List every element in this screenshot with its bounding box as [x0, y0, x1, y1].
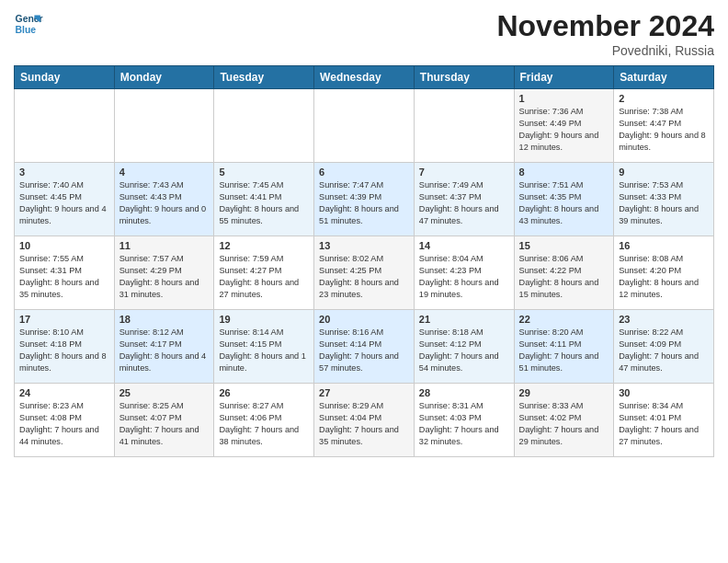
calendar-cell: 25Sunrise: 8:25 AM Sunset: 4:07 PM Dayli… — [114, 384, 214, 457]
calendar-cell: 13Sunrise: 8:02 AM Sunset: 4:25 PM Dayli… — [314, 236, 415, 310]
calendar-cell: 17Sunrise: 8:10 AM Sunset: 4:18 PM Dayli… — [15, 310, 115, 384]
col-friday: Friday — [514, 66, 614, 89]
day-number: 30 — [619, 387, 709, 398]
day-number: 7 — [419, 167, 509, 178]
calendar-header-row: Sunday Monday Tuesday Wednesday Thursday… — [15, 66, 714, 89]
calendar-cell: 11Sunrise: 7:57 AM Sunset: 4:29 PM Dayli… — [114, 236, 214, 310]
calendar-cell: 20Sunrise: 8:16 AM Sunset: 4:14 PM Dayli… — [314, 310, 415, 384]
page-container: General Blue November 2024 Povedniki, Ru… — [0, 0, 728, 563]
calendar-week-3: 10Sunrise: 7:55 AM Sunset: 4:31 PM Dayli… — [15, 236, 714, 310]
day-info: Sunrise: 8:08 AM Sunset: 4:20 PM Dayligh… — [619, 253, 709, 301]
col-saturday: Saturday — [614, 66, 714, 89]
calendar-cell — [114, 89, 214, 163]
calendar-week-2: 3Sunrise: 7:40 AM Sunset: 4:45 PM Daylig… — [15, 163, 714, 236]
calendar-cell: 3Sunrise: 7:40 AM Sunset: 4:45 PM Daylig… — [15, 163, 115, 236]
day-number: 6 — [319, 167, 409, 178]
calendar-week-5: 24Sunrise: 8:23 AM Sunset: 4:08 PM Dayli… — [15, 384, 714, 457]
day-number: 2 — [619, 93, 709, 104]
day-number: 3 — [19, 167, 109, 178]
day-info: Sunrise: 7:45 AM Sunset: 4:41 PM Dayligh… — [219, 179, 309, 227]
calendar-week-1: 1Sunrise: 7:36 AM Sunset: 4:49 PM Daylig… — [15, 89, 714, 163]
calendar-cell: 9Sunrise: 7:53 AM Sunset: 4:33 PM Daylig… — [614, 163, 714, 236]
day-number: 15 — [519, 240, 609, 251]
calendar-week-4: 17Sunrise: 8:10 AM Sunset: 4:18 PM Dayli… — [15, 310, 714, 384]
day-info: Sunrise: 7:38 AM Sunset: 4:47 PM Dayligh… — [619, 106, 709, 154]
day-info: Sunrise: 8:12 AM Sunset: 4:17 PM Dayligh… — [119, 327, 210, 374]
calendar-cell: 24Sunrise: 8:23 AM Sunset: 4:08 PM Dayli… — [15, 384, 115, 457]
col-sunday: Sunday — [15, 66, 115, 89]
day-number: 5 — [219, 167, 309, 178]
col-tuesday: Tuesday — [214, 66, 314, 89]
calendar-cell — [414, 89, 514, 163]
calendar-cell: 14Sunrise: 8:04 AM Sunset: 4:23 PM Dayli… — [414, 236, 514, 310]
calendar-cell: 10Sunrise: 7:55 AM Sunset: 4:31 PM Dayli… — [15, 236, 115, 310]
calendar-cell: 27Sunrise: 8:29 AM Sunset: 4:04 PM Dayli… — [314, 384, 415, 457]
day-number: 13 — [319, 240, 409, 251]
calendar-cell: 29Sunrise: 8:33 AM Sunset: 4:02 PM Dayli… — [514, 384, 614, 457]
day-info: Sunrise: 8:31 AM Sunset: 4:03 PM Dayligh… — [419, 400, 509, 448]
location: Povedniki, Russia — [496, 43, 714, 58]
col-thursday: Thursday — [414, 66, 514, 89]
day-number: 18 — [119, 314, 210, 325]
day-number: 22 — [519, 314, 609, 325]
day-info: Sunrise: 8:06 AM Sunset: 4:22 PM Dayligh… — [519, 253, 609, 301]
day-number: 9 — [619, 167, 709, 178]
day-info: Sunrise: 8:10 AM Sunset: 4:18 PM Dayligh… — [19, 327, 109, 374]
calendar-cell: 26Sunrise: 8:27 AM Sunset: 4:06 PM Dayli… — [214, 384, 314, 457]
day-number: 20 — [319, 314, 409, 325]
calendar-cell: 8Sunrise: 7:51 AM Sunset: 4:35 PM Daylig… — [514, 163, 614, 236]
calendar-cell: 6Sunrise: 7:47 AM Sunset: 4:39 PM Daylig… — [314, 163, 415, 236]
day-info: Sunrise: 7:51 AM Sunset: 4:35 PM Dayligh… — [519, 179, 609, 227]
day-info: Sunrise: 7:57 AM Sunset: 4:29 PM Dayligh… — [119, 253, 210, 301]
day-number: 27 — [319, 387, 409, 398]
calendar-cell: 22Sunrise: 8:20 AM Sunset: 4:11 PM Dayli… — [514, 310, 614, 384]
day-info: Sunrise: 8:34 AM Sunset: 4:01 PM Dayligh… — [619, 400, 709, 448]
day-number: 24 — [19, 387, 109, 398]
day-number: 10 — [19, 240, 109, 251]
day-number: 19 — [219, 314, 309, 325]
day-number: 17 — [19, 314, 109, 325]
calendar-cell: 30Sunrise: 8:34 AM Sunset: 4:01 PM Dayli… — [614, 384, 714, 457]
calendar-cell: 1Sunrise: 7:36 AM Sunset: 4:49 PM Daylig… — [514, 89, 614, 163]
day-info: Sunrise: 8:16 AM Sunset: 4:14 PM Dayligh… — [319, 327, 409, 374]
calendar-cell: 28Sunrise: 8:31 AM Sunset: 4:03 PM Dayli… — [414, 384, 514, 457]
day-info: Sunrise: 8:29 AM Sunset: 4:04 PM Dayligh… — [319, 400, 409, 448]
calendar-cell: 23Sunrise: 8:22 AM Sunset: 4:09 PM Dayli… — [614, 310, 714, 384]
day-info: Sunrise: 8:27 AM Sunset: 4:06 PM Dayligh… — [219, 400, 309, 448]
day-number: 11 — [119, 240, 210, 251]
calendar-cell — [314, 89, 415, 163]
svg-text:Blue: Blue — [16, 25, 37, 35]
month-title: November 2024 — [496, 9, 714, 43]
day-info: Sunrise: 8:33 AM Sunset: 4:02 PM Dayligh… — [519, 400, 609, 448]
day-number: 4 — [119, 167, 210, 178]
day-info: Sunrise: 8:18 AM Sunset: 4:12 PM Dayligh… — [419, 327, 509, 374]
day-info: Sunrise: 8:25 AM Sunset: 4:07 PM Dayligh… — [119, 400, 210, 448]
day-number: 28 — [419, 387, 509, 398]
day-info: Sunrise: 7:53 AM Sunset: 4:33 PM Dayligh… — [619, 179, 709, 227]
day-info: Sunrise: 7:40 AM Sunset: 4:45 PM Dayligh… — [19, 179, 109, 227]
day-number: 29 — [519, 387, 609, 398]
calendar-cell: 19Sunrise: 8:14 AM Sunset: 4:15 PM Dayli… — [214, 310, 314, 384]
day-info: Sunrise: 7:55 AM Sunset: 4:31 PM Dayligh… — [19, 253, 109, 301]
day-info: Sunrise: 7:47 AM Sunset: 4:39 PM Dayligh… — [319, 179, 409, 227]
calendar-cell: 7Sunrise: 7:49 AM Sunset: 4:37 PM Daylig… — [414, 163, 514, 236]
day-number: 16 — [619, 240, 709, 251]
day-info: Sunrise: 8:02 AM Sunset: 4:25 PM Dayligh… — [319, 253, 409, 301]
logo: General Blue — [14, 9, 43, 39]
calendar-cell — [214, 89, 314, 163]
day-info: Sunrise: 8:20 AM Sunset: 4:11 PM Dayligh… — [519, 327, 609, 374]
day-number: 26 — [219, 387, 309, 398]
day-info: Sunrise: 8:14 AM Sunset: 4:15 PM Dayligh… — [219, 327, 309, 374]
day-number: 8 — [519, 167, 609, 178]
col-wednesday: Wednesday — [314, 66, 415, 89]
col-monday: Monday — [114, 66, 214, 89]
logo-icon: General Blue — [14, 9, 43, 39]
day-info: Sunrise: 8:23 AM Sunset: 4:08 PM Dayligh… — [19, 400, 109, 448]
day-info: Sunrise: 8:22 AM Sunset: 4:09 PM Dayligh… — [619, 327, 709, 374]
header: General Blue November 2024 Povedniki, Ru… — [14, 9, 714, 58]
calendar-table: Sunday Monday Tuesday Wednesday Thursday… — [14, 65, 714, 457]
day-info: Sunrise: 7:49 AM Sunset: 4:37 PM Dayligh… — [419, 179, 509, 227]
day-info: Sunrise: 8:04 AM Sunset: 4:23 PM Dayligh… — [419, 253, 509, 301]
title-block: November 2024 Povedniki, Russia — [496, 9, 714, 58]
calendar-cell: 18Sunrise: 8:12 AM Sunset: 4:17 PM Dayli… — [114, 310, 214, 384]
